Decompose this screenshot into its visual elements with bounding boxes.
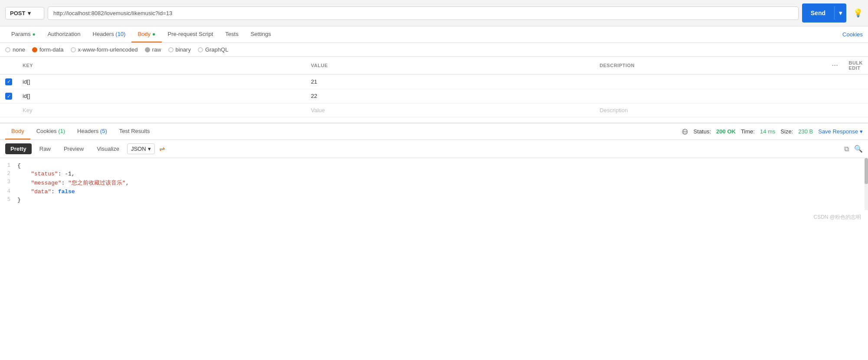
format-visualize-btn[interactable]: Visualize: [92, 143, 124, 154]
empty-bulk: [843, 104, 868, 117]
col-description: DESCRIPTION: [594, 57, 826, 75]
line-num-2: 2: [0, 171, 17, 177]
format-type-arrow: ▾: [148, 146, 151, 152]
status-code: 200 OK: [716, 128, 736, 135]
json-line-5: 5 }: [0, 196, 868, 204]
method-text: POST: [10, 10, 25, 16]
tab-authorization[interactable]: Authorization: [42, 26, 87, 42]
row1-description[interactable]: [594, 75, 826, 89]
send-dropdown-icon[interactable]: ▾: [834, 6, 846, 19]
row2-value[interactable]: 22: [306, 89, 595, 104]
format-raw-btn[interactable]: Raw: [34, 143, 56, 154]
format-pretty-btn[interactable]: Pretty: [5, 143, 32, 154]
option-binary[interactable]: binary: [168, 46, 191, 53]
more-icon[interactable]: ···: [832, 62, 839, 69]
json-brace-open: {: [17, 162, 21, 169]
tab-tests[interactable]: Tests: [219, 26, 244, 42]
col-check: [0, 57, 17, 75]
scrollbar-thumb[interactable]: [865, 158, 868, 184]
option-none[interactable]: none: [5, 46, 25, 53]
empty-value[interactable]: Value: [306, 104, 595, 117]
empty-key[interactable]: Key: [17, 104, 306, 117]
format-type-select[interactable]: JSON ▾: [127, 143, 155, 154]
tab-params-label: Params: [11, 31, 31, 37]
tab-params[interactable]: Params ●: [5, 26, 42, 42]
top-bar: POST ▾ Send ▾ 💡: [0, 0, 868, 26]
headers-badge: (10): [115, 31, 125, 37]
option-graphql[interactable]: GraphQL: [198, 46, 228, 53]
copy-icon[interactable]: ⧉: [844, 145, 849, 153]
json-line-3: 3 "message": "您之前收藏过该音乐",: [0, 178, 868, 188]
radio-binary-dot: [168, 47, 174, 52]
tab-settings[interactable]: Settings: [245, 26, 277, 42]
res-tab-headers[interactable]: Headers (5): [71, 123, 113, 139]
row1-key[interactable]: id[]: [17, 75, 306, 89]
url-input[interactable]: [48, 6, 799, 20]
res-tab-headers-label: Headers: [77, 128, 100, 134]
line-num-3: 3: [0, 179, 17, 185]
search-icon-btn[interactable]: 🔍: [854, 145, 863, 153]
option-form-data[interactable]: form-data: [32, 46, 64, 53]
res-tab-test-results-label: Test Results: [119, 128, 150, 134]
option-raw[interactable]: raw: [145, 46, 161, 53]
row2-check-cell: ✓: [0, 89, 17, 104]
tab-headers-label: Headers: [93, 31, 116, 37]
lightbulb-icon[interactable]: 💡: [853, 8, 863, 18]
response-tabs: Body Cookies (1) Headers (5) Test Result…: [0, 123, 868, 140]
row2-description[interactable]: [594, 89, 826, 104]
cookies-link[interactable]: Cookies: [842, 31, 863, 38]
send-button[interactable]: Send ▾: [802, 3, 846, 23]
radio-graphql-dot: [198, 47, 203, 52]
res-tab-body[interactable]: Body: [5, 123, 30, 139]
empty-desc[interactable]: Description: [594, 104, 826, 117]
response-size: 230 B: [798, 128, 813, 135]
radio-raw-dot: [145, 47, 150, 52]
json-message-key: "message": "您之前收藏过该音乐",: [17, 179, 129, 187]
res-tab-test-results[interactable]: Test Results: [113, 123, 156, 139]
format-preview-btn[interactable]: Preview: [59, 143, 89, 154]
line-num-4: 4: [0, 188, 17, 195]
table-row: ✓ id[] 22: [0, 89, 868, 104]
row2-extra: [827, 89, 844, 104]
row1-checkbox[interactable]: ✓: [5, 78, 12, 85]
status-label: Status:: [694, 128, 711, 135]
radio-none-dot: [5, 47, 10, 52]
col-bulk-edit[interactable]: Bulk Edit: [843, 57, 868, 75]
table-row: ✓ id[] 21: [0, 75, 868, 89]
tab-pre-request-script[interactable]: Pre-request Script: [162, 26, 219, 42]
wrap-icon[interactable]: ⇌: [159, 145, 165, 153]
res-tab-body-label: Body: [11, 128, 24, 134]
row2-checkbox[interactable]: ✓: [5, 93, 12, 100]
save-response-arrow: ▾: [860, 128, 863, 135]
json-line-1: 1 {: [0, 162, 868, 170]
watermark: CSDN @粉色的志明: [0, 210, 868, 224]
row1-value[interactable]: 21: [306, 75, 595, 89]
json-line-4: 4 "data": false: [0, 188, 868, 196]
scrollbar-track[interactable]: [865, 158, 868, 210]
save-response-button[interactable]: Save Response ▾: [818, 128, 863, 135]
empty-check-cell: [0, 104, 17, 117]
res-tab-cookies[interactable]: Cookies (1): [30, 123, 71, 139]
request-body-table: KEY VALUE DESCRIPTION ··· Bulk Edit ✓ id…: [0, 57, 868, 117]
json-data-key: "data": false: [17, 188, 75, 195]
method-selector[interactable]: POST ▾: [5, 7, 44, 19]
option-raw-label: raw: [152, 46, 161, 53]
json-status-key: "status": -1,: [17, 171, 75, 177]
row2-bulk: [843, 89, 868, 104]
globe-icon: [681, 128, 688, 135]
tab-tests-label: Tests: [225, 31, 238, 37]
row2-key[interactable]: id[]: [17, 89, 306, 104]
radio-form-data-dot: [32, 47, 37, 52]
response-body: 1 { 2 "status": -1, 3 "message": "您之前收藏过…: [0, 158, 868, 210]
method-dropdown-icon: ▾: [28, 10, 31, 16]
table-row-empty: Key Value Description: [0, 104, 868, 117]
tab-headers[interactable]: Headers (10): [87, 26, 132, 42]
line-num-5: 5: [0, 197, 17, 203]
response-time: 14 ms: [760, 128, 775, 135]
tab-body[interactable]: Body ●: [131, 26, 161, 42]
request-tabs: Params ● Authorization Headers (10) Body…: [0, 26, 868, 43]
option-urlencoded[interactable]: x-www-form-urlencoded: [71, 46, 138, 53]
row1-check-cell: ✓: [0, 75, 17, 89]
json-brace-close: }: [17, 197, 21, 203]
tab-authorization-label: Authorization: [48, 31, 81, 37]
